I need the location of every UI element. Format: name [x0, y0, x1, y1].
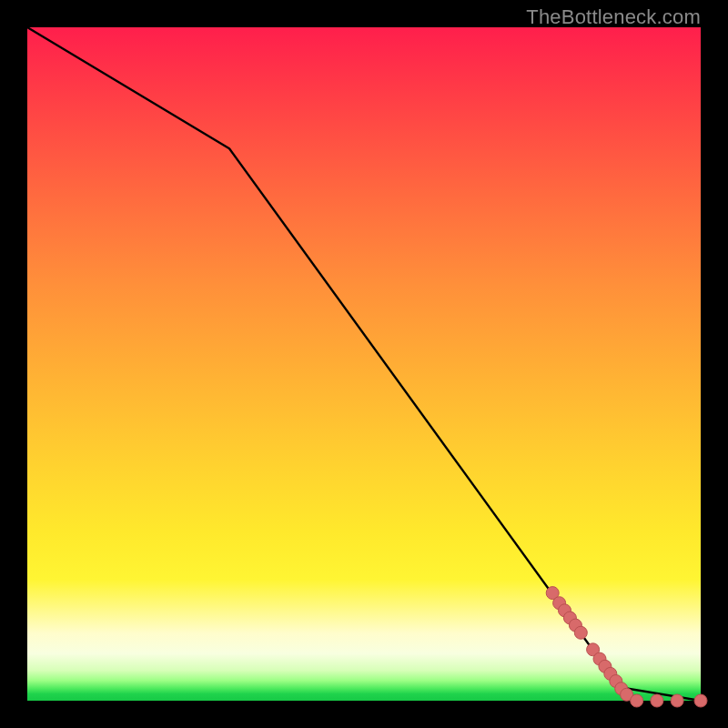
data-point: [651, 694, 663, 707]
data-point: [671, 694, 683, 707]
curve-path: [27, 27, 701, 701]
plot-area: [27, 27, 701, 701]
series-curve: [27, 27, 701, 701]
chart-svg: [27, 27, 701, 701]
attribution-label: TheBottleneck.com: [526, 5, 701, 29]
chart-frame: TheBottleneck.com: [0, 0, 728, 728]
data-point: [694, 694, 707, 707]
data-point: [631, 694, 643, 707]
data-point: [574, 626, 587, 639]
marker-group: [546, 587, 707, 707]
